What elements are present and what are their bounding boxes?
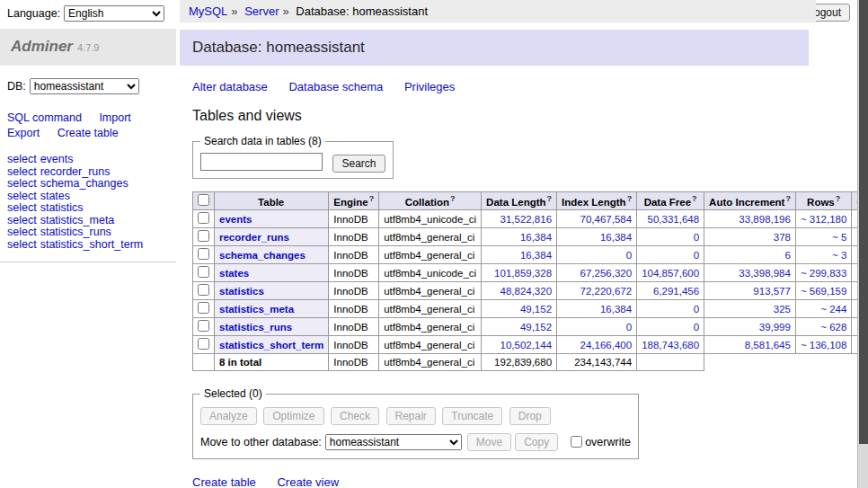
select-all-checkbox[interactable]: [198, 194, 209, 206]
rows-link[interactable]: ~ 244: [820, 304, 846, 315]
table-name-link[interactable]: states: [219, 268, 249, 279]
db-action-link[interactable]: Privileges: [404, 80, 455, 93]
sidebar-select-link[interactable]: select: [7, 190, 37, 202]
search-input[interactable]: [200, 153, 323, 171]
table-total-row: 8 in total InnoDB utf8mb4_general_ci 192…: [193, 354, 868, 371]
row-checkbox[interactable]: [198, 320, 209, 332]
row-checkbox[interactable]: [198, 338, 209, 350]
sidebar-select-link[interactable]: select: [7, 165, 37, 178]
db-action-link[interactable]: Database schema: [288, 80, 383, 93]
breadcrumb-link[interactable]: Server: [244, 4, 279, 18]
index-length-link[interactable]: 16,384: [600, 232, 632, 243]
help-link[interactable]: ?: [627, 194, 633, 203]
sidebar-table-row: selectrecorder_runs: [7, 166, 169, 178]
collation-cell: utf8mb4_general_ci: [379, 336, 482, 354]
help-link[interactable]: ?: [785, 194, 791, 203]
sidebar-action-link[interactable]: SQL command: [7, 111, 82, 124]
row-checkbox[interactable]: [198, 302, 209, 314]
row-checkbox[interactable]: [198, 212, 209, 224]
column-header: Data Free?: [637, 192, 704, 210]
rows-link[interactable]: ~ 5: [832, 232, 846, 243]
auto-increment-cell: 33,898,196: [704, 210, 796, 228]
data-length-link[interactable]: 48,824,320: [500, 286, 553, 297]
data-length-link[interactable]: 16,384: [520, 250, 552, 261]
sidebar-select-link[interactable]: select: [7, 201, 37, 214]
search-button[interactable]: Search: [332, 155, 385, 173]
index-length-link[interactable]: 70,467,584: [580, 214, 633, 225]
table-name-link[interactable]: statistics_meta: [219, 304, 294, 315]
sidebar-select-link[interactable]: select: [7, 238, 37, 251]
vertical-scrollbar[interactable]: [857, 0, 868, 488]
row-checkbox[interactable]: [198, 284, 209, 296]
data-length-link[interactable]: 49,152: [520, 304, 552, 315]
sidebar-table-link[interactable]: statistics_meta: [40, 214, 115, 226]
engine-cell: InnoDB: [329, 300, 379, 318]
sidebar-action-link[interactable]: Import: [99, 111, 130, 124]
row-checkbox[interactable]: [198, 248, 209, 260]
table-row: schema_changes InnoDB utf8mb4_general_ci…: [193, 246, 868, 264]
help-link[interactable]: ?: [692, 194, 697, 203]
rows-link[interactable]: ~ 3: [832, 250, 846, 261]
rows-cell: ~ 3: [795, 246, 851, 264]
db-action-link[interactable]: Alter database: [192, 80, 268, 93]
rows-link[interactable]: ~ 312,180: [801, 214, 846, 225]
sidebar-select-link[interactable]: select: [7, 177, 37, 190]
create-link[interactable]: Create table: [192, 475, 256, 488]
overwrite-checkbox[interactable]: [571, 436, 582, 448]
sidebar-table-link[interactable]: statistics_short_term: [40, 238, 144, 251]
data-length-link[interactable]: 16,384: [520, 232, 552, 243]
sidebar-action-link[interactable]: Create table: [58, 127, 119, 139]
table-name-link[interactable]: recorder_runs: [219, 232, 289, 243]
sidebar-select-link[interactable]: select: [7, 153, 37, 165]
row-checkbox[interactable]: [198, 266, 209, 278]
help-link[interactable]: ?: [547, 194, 553, 203]
rows-link[interactable]: ~ 628: [820, 322, 846, 333]
scrollbar-thumb[interactable]: [859, 0, 868, 444]
help-link[interactable]: ?: [369, 194, 375, 203]
index-length-link[interactable]: 0: [626, 322, 632, 333]
data-free-cell: 188,743,680: [637, 336, 704, 354]
column-header-label: Index Length: [562, 197, 626, 208]
index-length-link[interactable]: 24,166,400: [580, 340, 633, 350]
adminer-brand-link[interactable]: Adminer: [11, 38, 73, 55]
index-length-link[interactable]: 16,384: [600, 304, 632, 315]
column-header: Engine?: [329, 192, 379, 210]
rows-link[interactable]: ~ 136,108: [801, 340, 846, 350]
data-length-link[interactable]: 49,152: [520, 322, 552, 333]
table-name-link[interactable]: events: [219, 214, 252, 225]
index-length-link[interactable]: 72,220,672: [580, 286, 633, 297]
db-select[interactable]: homeassistant: [30, 78, 139, 94]
bulk-action-button: Check: [331, 407, 379, 425]
auto-increment-cell: 33,398,984: [704, 264, 796, 282]
sidebar-table-link[interactable]: events: [40, 153, 74, 165]
bulk-action-button: Optimize: [263, 407, 323, 425]
data-length-link[interactable]: 31,522,816: [500, 214, 553, 225]
breadcrumb-link[interactable]: MySQL: [189, 4, 227, 18]
language-select[interactable]: English: [64, 5, 164, 22]
sidebar-table-link[interactable]: statistics_runs: [40, 226, 111, 238]
sidebar-table-link[interactable]: schema_changes: [40, 177, 128, 190]
sidebar-select-link[interactable]: select: [7, 226, 37, 238]
sidebar-table-link[interactable]: recorder_runs: [40, 165, 111, 178]
collation-cell: utf8mb4_general_ci: [379, 282, 482, 300]
help-link[interactable]: ?: [450, 194, 456, 203]
data-length-link[interactable]: 101,859,328: [494, 268, 552, 279]
row-checkbox[interactable]: [198, 230, 209, 242]
data-length-link[interactable]: 10,502,144: [500, 340, 553, 350]
rows-link[interactable]: ~ 569,159: [801, 286, 846, 297]
sidebar-table-link[interactable]: statistics: [40, 201, 84, 214]
table-name-link[interactable]: schema_changes: [219, 250, 306, 261]
table-name-link[interactable]: statistics: [219, 286, 264, 297]
move-db-select[interactable]: homeassistant: [325, 434, 462, 450]
index-length-link[interactable]: 0: [626, 250, 632, 261]
db-label: DB:: [7, 80, 26, 93]
create-link[interactable]: Create view: [277, 475, 339, 488]
sidebar-action-link[interactable]: Export: [7, 127, 40, 139]
help-link[interactable]: ?: [836, 194, 841, 203]
sidebar-select-link[interactable]: select: [7, 214, 37, 226]
sidebar-table-link[interactable]: states: [40, 190, 70, 202]
table-name-link[interactable]: statistics_runs: [219, 322, 292, 333]
index-length-link[interactable]: 67,256,320: [580, 268, 633, 279]
table-name-link[interactable]: statistics_short_term: [219, 340, 323, 350]
rows-link[interactable]: ~ 299,833: [801, 268, 846, 279]
